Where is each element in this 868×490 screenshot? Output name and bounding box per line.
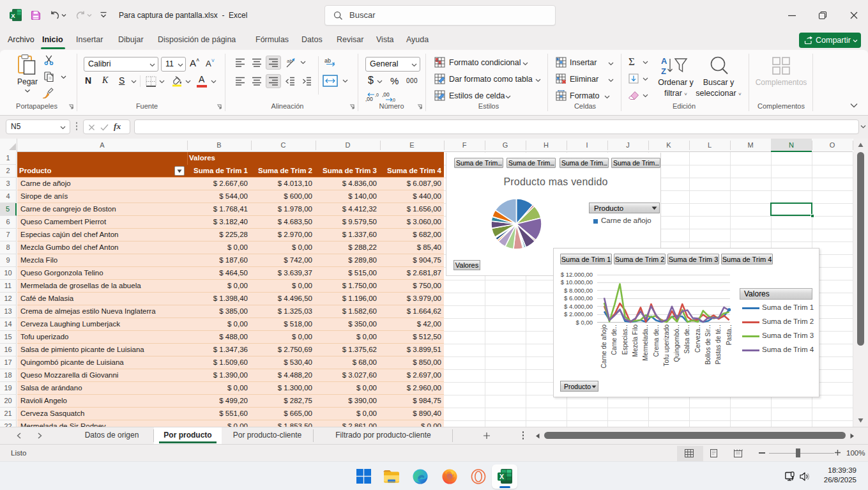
svg-text:A: A (661, 56, 667, 66)
svg-text:X: X (11, 12, 15, 19)
svg-text:,00: ,00 (365, 96, 373, 102)
svg-text:X: X (499, 473, 504, 480)
svg-text:ab: ab (287, 58, 293, 64)
svg-text:,0: ,0 (392, 98, 395, 102)
svg-text:Z: Z (661, 66, 666, 75)
svg-text:ab: ab (324, 57, 331, 64)
svg-text:,00: ,00 (382, 92, 390, 98)
svg-text:,0: ,0 (375, 93, 379, 97)
